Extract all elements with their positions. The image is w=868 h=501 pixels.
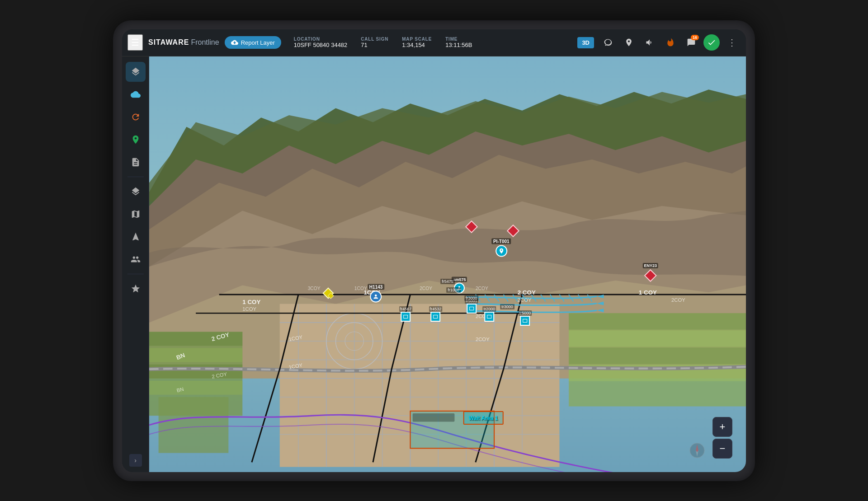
- svg-text:1COY: 1COY: [242, 306, 256, 312]
- map-scale-label: MAP SCALE: [402, 37, 432, 42]
- report-layer-button[interactable]: Report Layer: [225, 36, 281, 49]
- svg-rect-35: [569, 330, 746, 346]
- fire-icon: [666, 38, 675, 47]
- checkmark-icon: [707, 38, 716, 47]
- call-sign-label: CALL SIGN: [361, 37, 388, 42]
- stack-icon: [131, 187, 141, 197]
- chat-button[interactable]: 16: [683, 34, 700, 51]
- header-info: LOCATION 10SFF 50840 34482 CALL SIGN 71 …: [294, 37, 572, 48]
- call-sign-value: 71: [361, 42, 388, 48]
- refresh-icon: [131, 112, 141, 122]
- people-icon: [131, 254, 141, 264]
- chat-badge: 16: [691, 35, 699, 40]
- marker-fr4532[interactable]: fr4532: [429, 306, 443, 322]
- audio-button[interactable]: [641, 34, 658, 51]
- map-icon: [131, 209, 141, 219]
- sidebar-item-cloud[interactable]: [126, 84, 146, 104]
- map-area[interactable]: 1 COY 1COY 1COY 2 COY 2COY 1 COY 2COY 2 …: [149, 56, 746, 472]
- sidebar-expand-button[interactable]: ›: [129, 454, 142, 467]
- fire-button[interactable]: [662, 34, 679, 51]
- device-frame: ☰ SITAWARE Frontline Report Layer LOCATI…: [113, 20, 755, 481]
- arrow-icon: [131, 232, 141, 242]
- sidebar-item-navigation[interactable]: [126, 227, 146, 247]
- brand-frontline: Frontline: [191, 38, 219, 47]
- sidebar-item-report[interactable]: [126, 152, 146, 172]
- marker-enemy-1[interactable]: [465, 220, 478, 233]
- svg-text:2 COY: 2 COY: [518, 289, 536, 296]
- time-block: TIME 13:11:56B: [445, 37, 472, 48]
- call-sign-block: CALL SIGN 71: [361, 37, 388, 48]
- svg-text:1COY: 1COY: [354, 286, 367, 290]
- marker-fr5475[interactable]: fr5475: [440, 276, 455, 285]
- document-icon: [131, 157, 141, 167]
- marker-h1143[interactable]: H1143: [368, 284, 384, 302]
- sidebar-item-navigate[interactable]: [126, 130, 146, 150]
- svg-text:2COY: 2COY: [420, 286, 432, 290]
- svg-rect-34: [569, 313, 746, 329]
- sidebar-item-layers[interactable]: [126, 62, 146, 82]
- radio-button[interactable]: [599, 34, 617, 51]
- map-scale-value: 1:34,154: [402, 42, 432, 48]
- marker-tr5000[interactable]: tr5000: [519, 310, 532, 326]
- location-block: LOCATION 10SFF 50840 34482: [294, 37, 348, 48]
- zoom-controls: + −: [712, 417, 732, 459]
- svg-rect-9: [149, 348, 242, 362]
- location-value: 10SFF 50840 34482: [294, 42, 348, 48]
- time-label: TIME: [445, 37, 472, 42]
- marker-fr3000[interactable]: fr3000: [464, 293, 479, 301]
- marker-fr4567[interactable]: fr4567: [399, 306, 413, 322]
- zoom-in-button[interactable]: +: [712, 417, 732, 437]
- zoom-out-button[interactable]: −: [712, 439, 732, 459]
- cloud-upload-icon: [231, 39, 238, 46]
- marker-enemy-2[interactable]: [507, 225, 519, 237]
- location-label: LOCATION: [294, 37, 348, 42]
- location-pin-icon: [624, 38, 633, 47]
- marker-eny23[interactable]: ENY23: [643, 263, 659, 282]
- marker-pit001[interactable]: PI-T001: [491, 238, 511, 257]
- device-screen: ☰ SITAWARE Frontline Report Layer LOCATI…: [122, 29, 746, 472]
- sidebar-item-people[interactable]: [126, 249, 146, 269]
- svg-text:2COY: 2COY: [671, 297, 685, 302]
- cloud-icon: [131, 89, 141, 99]
- sidebar: ›: [122, 56, 149, 472]
- sidebar-item-favorites[interactable]: [126, 279, 146, 299]
- svg-rect-11: [149, 380, 242, 394]
- navigate-icon: [131, 135, 141, 145]
- check-button[interactable]: [703, 34, 720, 51]
- svg-text:2COY: 2COY: [476, 337, 490, 342]
- svg-text:1 COY: 1 COY: [639, 289, 657, 296]
- radio-icon: [604, 38, 613, 47]
- marker-yellow-diamond[interactable]: [322, 287, 335, 300]
- compass: [689, 442, 705, 459]
- map-scale-block: MAP SCALE 1:34,154: [402, 37, 432, 48]
- sidebar-item-stack[interactable]: [126, 182, 146, 201]
- sidebar-item-share[interactable]: [126, 107, 146, 127]
- star-icon: [131, 284, 141, 294]
- svg-text:2COY: 2COY: [518, 297, 532, 302]
- more-options-button[interactable]: ⋮: [723, 34, 741, 51]
- marker-fr1000[interactable]: fr1000: [446, 285, 461, 293]
- svg-rect-12: [159, 397, 229, 453]
- header-bar: ☰ SITAWARE Frontline Report Layer LOCATI…: [122, 29, 746, 56]
- report-layer-label: Report Layer: [241, 39, 275, 46]
- svg-text:3COY: 3COY: [308, 286, 321, 290]
- sidebar-divider-2: [127, 274, 144, 274]
- layers-icon: [131, 67, 141, 77]
- brand-sitaware: SITAWARE: [148, 38, 189, 47]
- hamburger-button[interactable]: ☰: [127, 34, 143, 51]
- speaker-icon: [645, 38, 654, 47]
- brand-logo: SITAWARE Frontline: [148, 38, 219, 47]
- sidebar-item-map[interactable]: [126, 204, 146, 224]
- marker-wait-area[interactable]: Wait Area 1: [463, 411, 503, 425]
- time-value: 13:11:56B: [445, 42, 472, 48]
- location-button[interactable]: [620, 34, 637, 51]
- svg-rect-10: [149, 364, 242, 378]
- view-3d-button[interactable]: 3D: [577, 37, 594, 48]
- sidebar-divider-1: [127, 177, 144, 177]
- header-actions: 16 ⋮: [599, 34, 741, 51]
- marker-tr3000[interactable]: tr3000: [500, 302, 514, 310]
- marker-tr2000[interactable]: tr2000: [483, 306, 496, 322]
- main-content: ›: [122, 56, 746, 472]
- svg-text:2COY: 2COY: [476, 286, 488, 290]
- svg-text:1 COY: 1 COY: [242, 298, 260, 305]
